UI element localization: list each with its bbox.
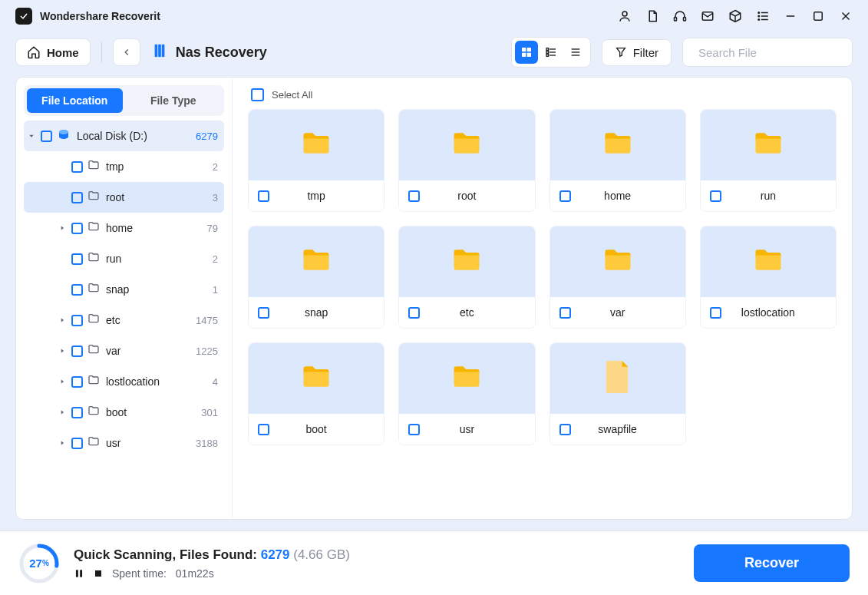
tree-item[interactable]: var1225: [24, 336, 224, 366]
checkbox[interactable]: [71, 284, 83, 296]
caret-right-icon[interactable]: [58, 316, 67, 325]
grid-item[interactable]: home: [550, 109, 686, 212]
checkbox[interactable]: [71, 315, 83, 326]
user-icon[interactable]: [618, 9, 632, 23]
checkbox[interactable]: [71, 407, 83, 418]
recover-button[interactable]: Recover: [694, 544, 850, 582]
view-grid-button[interactable]: [515, 41, 538, 64]
grid-item[interactable]: root: [398, 109, 535, 212]
caret-right-icon[interactable]: [58, 346, 67, 355]
svg-rect-47: [80, 570, 82, 577]
app-logo: [15, 8, 32, 25]
checkbox[interactable]: [41, 131, 52, 142]
svg-rect-17: [522, 48, 526, 51]
checkbox[interactable]: [71, 345, 83, 357]
divider: [101, 42, 102, 62]
tree-count: 2: [213, 253, 218, 265]
grid-item[interactable]: var: [550, 226, 686, 329]
filter-button[interactable]: Filter: [602, 39, 672, 66]
grid-item[interactable]: boot: [248, 342, 384, 445]
caret-right-icon[interactable]: [58, 438, 67, 448]
select-all-row[interactable]: Select All: [248, 88, 837, 101]
grid-item[interactable]: etc: [398, 226, 535, 329]
headset-icon[interactable]: [673, 9, 687, 23]
folder-icon: [299, 243, 333, 280]
view-detail-button[interactable]: [540, 41, 563, 64]
caret-right-icon[interactable]: [58, 408, 67, 417]
tree-item[interactable]: etc1475: [24, 305, 224, 336]
grid-item[interactable]: snap: [248, 226, 384, 329]
tree-label: Local Disk (D:): [77, 130, 191, 142]
tree-count: 1475: [196, 315, 218, 326]
tab-file-location[interactable]: File Location: [27, 88, 123, 113]
tree-count: 6279: [196, 131, 218, 142]
view-list-button[interactable]: [564, 41, 587, 64]
checkbox[interactable]: [71, 192, 83, 203]
tree-count: 3188: [196, 438, 218, 449]
grid-item[interactable]: tmp: [248, 109, 384, 212]
progress-value: 27: [29, 557, 42, 570]
back-button[interactable]: [113, 38, 140, 66]
home-button[interactable]: Home: [15, 38, 91, 66]
checkbox[interactable]: [71, 253, 83, 265]
tree-label: var: [106, 345, 191, 357]
tree-item[interactable]: tmp2: [24, 151, 224, 182]
search-input[interactable]: [698, 46, 844, 59]
select-all-label: Select All: [272, 89, 312, 101]
tree-item[interactable]: snap1: [24, 274, 224, 305]
grid-item[interactable]: swapfile: [550, 342, 686, 445]
tree-item[interactable]: usr3188: [24, 428, 224, 458]
pause-button[interactable]: [74, 568, 84, 579]
folder-icon: [450, 360, 484, 397]
document-icon[interactable]: [645, 9, 659, 23]
titlebar: Wondershare Recoverit: [0, 0, 868, 32]
svg-marker-36: [61, 226, 64, 230]
grid-item[interactable]: usr: [398, 342, 535, 445]
svg-point-4: [758, 12, 760, 14]
tree-item[interactable]: run2: [24, 243, 224, 274]
folder-icon: [751, 127, 785, 164]
item-name: swapfile: [559, 423, 676, 435]
folder-icon: [87, 435, 100, 451]
stop-button[interactable]: [94, 569, 103, 578]
select-all-checkbox[interactable]: [251, 88, 264, 101]
sidebar-tabs: File Location File Type: [24, 85, 224, 116]
svg-rect-20: [526, 53, 530, 57]
tree-root[interactable]: Local Disk (D:) 6279: [24, 121, 224, 151]
minimize-icon[interactable]: [784, 9, 797, 23]
folder-icon: [87, 282, 100, 297]
svg-point-6: [758, 15, 760, 17]
progress-ring: 27%: [18, 543, 60, 584]
grid-item[interactable]: run: [700, 109, 837, 212]
svg-rect-15: [158, 45, 161, 58]
toolbar: Home Nas Recovery Filter: [0, 32, 868, 77]
svg-marker-40: [61, 349, 64, 353]
svg-rect-25: [546, 55, 549, 57]
tree-item[interactable]: boot301: [24, 397, 224, 428]
caret-right-icon[interactable]: [58, 377, 67, 386]
checkbox[interactable]: [71, 376, 83, 388]
folder-icon: [87, 251, 100, 266]
search-box[interactable]: [682, 38, 853, 67]
checkbox[interactable]: [71, 223, 83, 234]
tree-label: lostlocation: [106, 375, 208, 388]
list-icon[interactable]: [756, 9, 770, 23]
checkbox[interactable]: [71, 161, 83, 173]
grid-item[interactable]: lostlocation: [700, 226, 837, 329]
caret-right-icon[interactable]: [58, 223, 67, 233]
tree-label: etc: [106, 314, 191, 326]
caret-down-icon[interactable]: [27, 131, 36, 140]
nas-icon: [151, 42, 168, 62]
cube-icon[interactable]: [728, 9, 742, 23]
tree-item[interactable]: lostlocation4: [24, 366, 224, 397]
mail-icon[interactable]: [701, 9, 715, 23]
maximize-icon[interactable]: [811, 9, 825, 23]
tree-item[interactable]: home79: [24, 213, 224, 243]
tab-file-type[interactable]: File Type: [126, 88, 222, 113]
checkbox[interactable]: [71, 438, 83, 449]
close-icon[interactable]: [839, 9, 853, 23]
tree-item[interactable]: root3: [24, 182, 224, 213]
item-name: var: [559, 306, 676, 319]
svg-marker-42: [61, 411, 64, 415]
view-switch: [511, 37, 591, 68]
